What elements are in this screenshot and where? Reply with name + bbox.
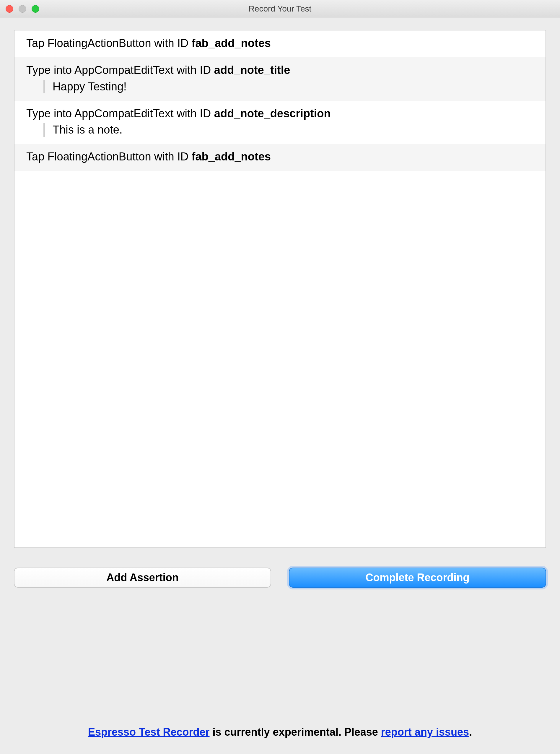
step-widget: FloatingActionButton (47, 151, 151, 163)
recorded-step[interactable]: Type into AppCompatEditText with ID add_… (15, 101, 545, 144)
step-widget: FloatingActionButton (47, 37, 151, 49)
vertical-bar-icon (43, 80, 45, 93)
step-id: fab_add_notes (192, 151, 271, 163)
step-widget: AppCompatEditText (75, 107, 174, 120)
vertical-bar-icon (43, 123, 45, 137)
step-value-text: This is a note. (53, 122, 123, 137)
complete-recording-button[interactable]: Complete Recording (289, 568, 546, 588)
recorded-step[interactable]: Tap FloatingActionButton with ID fab_add… (15, 144, 545, 171)
footer-middle: is currently experimental. Please (210, 726, 381, 738)
add-assertion-button[interactable]: Add Assertion (14, 568, 271, 588)
step-id: add_note_title (214, 64, 290, 76)
window-titlebar: Record Your Test (0, 0, 560, 17)
footer: Espresso Test Recorder is currently expe… (0, 590, 560, 754)
close-icon[interactable] (6, 5, 13, 13)
window-title: Record Your Test (0, 4, 560, 14)
minimize-icon[interactable] (19, 5, 26, 13)
step-action: Tap (26, 151, 44, 163)
step-id: add_note_description (214, 107, 331, 120)
step-input-value: Happy Testing! (26, 79, 534, 94)
step-action: Type into (26, 107, 72, 120)
report-issues-link[interactable]: report any issues (381, 726, 469, 738)
step-input-value: This is a note. (26, 122, 534, 137)
recorded-step[interactable]: Type into AppCompatEditText with ID add_… (15, 57, 545, 101)
espresso-recorder-link[interactable]: Espresso Test Recorder (88, 726, 210, 738)
maximize-icon[interactable] (32, 5, 39, 13)
step-widget: AppCompatEditText (75, 64, 174, 76)
step-value-text: Happy Testing! (53, 79, 127, 94)
step-action: Tap (26, 37, 44, 49)
recorded-step[interactable]: Tap FloatingActionButton with ID fab_add… (15, 31, 545, 57)
footer-end: . (469, 726, 472, 738)
window-controls (6, 5, 39, 13)
footer-text: Espresso Test Recorder is currently expe… (88, 726, 472, 738)
step-id: fab_add_notes (192, 37, 271, 49)
step-action: Type into (26, 64, 72, 76)
recorded-steps-list: Tap FloatingActionButton with ID fab_add… (14, 30, 546, 548)
action-buttons: Add Assertion Complete Recording (14, 548, 546, 588)
